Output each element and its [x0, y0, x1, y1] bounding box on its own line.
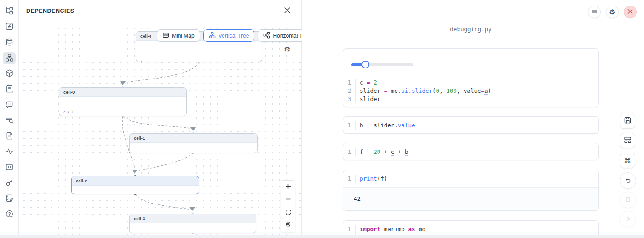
shutdown-button[interactable]: [624, 6, 637, 18]
pin-button[interactable]: [281, 219, 295, 232]
code-editor[interactable]: 1print(f): [343, 170, 598, 187]
key-icon: [5, 178, 14, 189]
cell-print[interactable]: 1print(f) 42: [343, 170, 599, 211]
menu-button[interactable]: [588, 6, 601, 18]
graph-view-toolbar: Mini Map Vertical Tree Horizontal Tree: [157, 29, 302, 42]
close-panel-button[interactable]: [282, 6, 292, 17]
package-box-icon: [5, 69, 14, 79]
graph-node-cell-0[interactable]: cell-0 c = 2 slider = mo.ui.slider(0, 10…: [59, 87, 187, 116]
cells-column: 1c = 2 2slider = mo.ui.slider(0, 100, va…: [343, 48, 599, 238]
layout-icon: [624, 136, 632, 145]
gear-icon: ⚙: [609, 8, 615, 16]
node-title: cell-2: [72, 176, 199, 186]
dependency-graph-canvas[interactable]: cell-4 import marimo as mo a = 20 cell-0…: [19, 22, 302, 235]
function-square-icon: [5, 22, 14, 33]
cell-f[interactable]: 1f = 20 + c + b: [343, 143, 599, 160]
notebook-filename[interactable]: debugging.py: [343, 26, 599, 33]
sidebar-item-documentation[interactable]: [3, 130, 16, 142]
run-button[interactable]: [620, 211, 636, 227]
command-palette-button[interactable]: ⌘: [620, 153, 635, 168]
activity-icon: [5, 147, 14, 158]
scroll-icon: [5, 85, 14, 95]
sidebar-item-help[interactable]: [3, 209, 16, 221]
notebook-pen-icon: [5, 194, 14, 204]
save-button[interactable]: [620, 113, 635, 129]
node-code: b = slider.value: [130, 143, 257, 153]
file-text-icon: [5, 131, 14, 142]
icon-rail: [0, 0, 19, 235]
file-tree-icon: [5, 6, 14, 17]
notebook-side-actions: ⌘: [620, 113, 636, 230]
minus-icon: [285, 196, 292, 204]
node-title: cell-3: [130, 214, 256, 223]
horizontal-tree-button[interactable]: Horizontal Tree: [258, 29, 302, 42]
undo-button[interactable]: [620, 172, 636, 189]
graph-node-cell-1[interactable]: cell-1 b = slider.value: [129, 133, 258, 153]
cell-console-output: 42: [343, 187, 598, 211]
sidebar-item-packages[interactable]: [3, 68, 16, 80]
sidebar-item-secrets[interactable]: [3, 177, 16, 189]
dependencies-header: DEPENDENCIES: [19, 0, 301, 22]
sidebar-item-file-explorer[interactable]: [3, 6, 16, 17]
graph-zoom-controls: [281, 180, 295, 232]
graph-settings-button[interactable]: ⚙: [284, 46, 290, 53]
marimo-app: DEPENDENCIES: [0, 0, 644, 238]
stop-icon: [624, 196, 632, 204]
sidebar-item-tracing[interactable]: [3, 146, 16, 158]
sidebar-item-logs[interactable]: [3, 84, 16, 96]
node-code: print(f): [130, 223, 256, 233]
top-right-actions: ⚙: [588, 6, 637, 18]
graph-node-cell-3[interactable]: cell-3 print(f): [129, 214, 256, 233]
command-icon: ⌘: [624, 156, 631, 165]
zoom-in-button[interactable]: [281, 181, 295, 193]
graph-node-cell-2[interactable]: cell-2 f = 20 + c + b: [71, 176, 199, 194]
line-number: 1: [343, 225, 355, 233]
settings-button[interactable]: ⚙: [606, 6, 619, 18]
slider-widget[interactable]: [351, 61, 413, 68]
vertical-tree-button[interactable]: Vertical Tree: [203, 29, 255, 42]
sidebar-item-chat[interactable]: [3, 99, 16, 111]
layout-button[interactable]: [620, 133, 635, 148]
node-title: cell-1: [130, 134, 257, 143]
database-icon: [5, 38, 14, 48]
sidebar-item-variables[interactable]: [3, 21, 16, 33]
line-number: 1: [343, 79, 355, 87]
code-editor[interactable]: 1f = 20 + c + b: [343, 143, 598, 160]
save-icon: [624, 116, 632, 125]
cell-slider[interactable]: 1c = 2 2slider = mo.ui.slider(0, 100, va…: [343, 48, 599, 107]
node-code: c = 2 slider = mo.ui.slider(0, 100, valu…: [59, 97, 186, 116]
line-number: 3: [343, 95, 355, 103]
plus-icon: [285, 183, 292, 191]
stop-button[interactable]: [620, 192, 636, 208]
close-icon: [284, 7, 290, 15]
sidebar-item-datasources[interactable]: [3, 37, 16, 49]
slider-thumb[interactable]: [362, 61, 369, 68]
list-search-icon: [5, 116, 14, 126]
node-code: import marimo as mo a = 20: [136, 41, 262, 62]
line-number: 1: [343, 175, 355, 183]
sidebar-item-dependencies[interactable]: [3, 52, 16, 64]
zoom-out-button[interactable]: [281, 193, 295, 206]
line-number: 1: [343, 121, 355, 130]
dependency-graph-icon: [5, 53, 14, 64]
notebook-area: ⚙ debugging.py 1c = 2 2slider = mo.ui.sl…: [302, 0, 644, 238]
hamburger-icon: [591, 8, 598, 16]
minimap-button[interactable]: Mini Map: [157, 29, 200, 42]
fit-view-icon: [285, 209, 292, 217]
sidebar-item-snippets[interactable]: [3, 162, 16, 174]
help-bubble-icon: [5, 210, 14, 220]
play-icon: [624, 215, 632, 224]
undo-icon: [624, 176, 632, 185]
cell-b[interactable]: 1b = slider.value: [343, 116, 599, 134]
code-editor[interactable]: 1b = slider.value: [343, 117, 598, 134]
rows-icon: [162, 32, 169, 40]
horizontal-scrollbar[interactable]: [0, 235, 644, 238]
vertical-tree-icon: [209, 32, 216, 40]
sidebar-item-outline[interactable]: [3, 115, 16, 127]
sidebar-item-scratchpad[interactable]: [3, 193, 16, 205]
fit-view-button[interactable]: [281, 206, 295, 219]
dependencies-panel: DEPENDENCIES: [19, 0, 302, 235]
code-editor[interactable]: 1c = 2 2slider = mo.ui.slider(0, 100, va…: [343, 74, 598, 107]
horizontal-tree-icon: [263, 32, 270, 40]
code-brackets-icon: [5, 163, 14, 173]
